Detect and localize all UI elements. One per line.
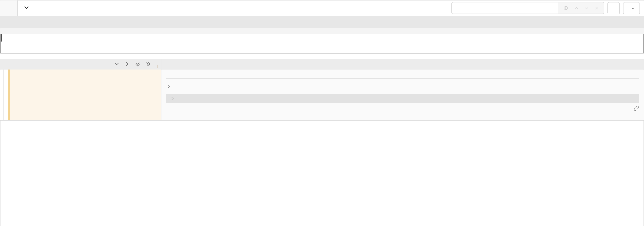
find-group <box>452 2 604 14</box>
keyboard-shortcuts-button[interactable] <box>608 2 620 14</box>
minimap-time-axis <box>0 29 644 34</box>
spacer <box>0 54 644 59</box>
header-controls <box>452 2 644 14</box>
indent-guide <box>3 70 4 120</box>
view-selector-button[interactable] <box>623 2 640 14</box>
collapse-trace-chevron-icon[interactable] <box>24 4 29 12</box>
tags-row[interactable] <box>166 82 639 91</box>
expand-one-icon[interactable] <box>124 61 130 67</box>
span-detail-panel <box>161 70 644 120</box>
page-header <box>0 0 644 16</box>
deep-link-icon[interactable] <box>634 106 639 111</box>
timeline-time-axis <box>161 59 644 69</box>
find-icons <box>558 3 604 14</box>
span-bar-strip <box>161 70 644 71</box>
span-detail-row <box>0 70 644 120</box>
next-match-icon[interactable] <box>584 6 589 11</box>
trace-title-wrap <box>18 4 36 12</box>
clear-find-icon[interactable] <box>594 6 599 10</box>
span-rows <box>0 70 644 121</box>
timeline-section-header: || <box>0 59 644 70</box>
trace-timeline-view: || <box>0 0 644 226</box>
trace-stats-bar <box>0 16 644 28</box>
chevron-right-icon <box>166 84 171 89</box>
collapse-all-icon[interactable] <box>135 61 140 67</box>
span-detail-left-fill <box>10 70 161 120</box>
span-color-accent-bar <box>8 70 10 120</box>
trace-minimap[interactable] <box>0 34 644 54</box>
chevron-down-icon <box>631 6 635 10</box>
divider <box>166 78 639 78</box>
span-id-row <box>166 106 639 111</box>
service-operation-header: || <box>0 59 161 69</box>
span-detail-left-gutter <box>0 70 161 120</box>
collapse-one-icon[interactable] <box>114 61 120 67</box>
prev-match-icon[interactable] <box>574 6 579 11</box>
find-input[interactable] <box>452 3 558 14</box>
expand-collapse-controls <box>114 61 151 67</box>
locate-icon[interactable] <box>563 6 568 11</box>
chevron-right-icon <box>170 96 174 101</box>
back-button[interactable] <box>0 0 18 16</box>
logs-row[interactable] <box>166 94 639 103</box>
column-resizer-handle[interactable]: || <box>157 65 160 68</box>
expand-all-icon[interactable] <box>146 61 151 67</box>
minimap-left-handle[interactable] <box>1 34 2 42</box>
